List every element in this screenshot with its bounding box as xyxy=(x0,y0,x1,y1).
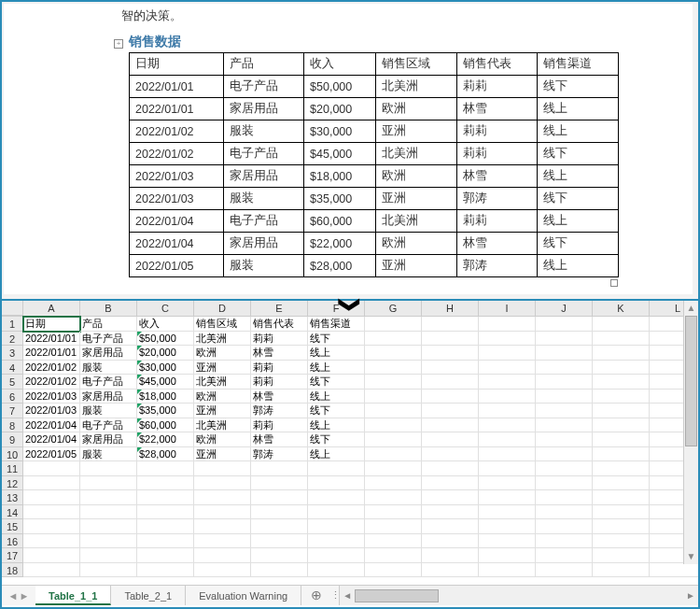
grid-cell[interactable] xyxy=(422,317,479,332)
grid-cell[interactable]: 欧洲 xyxy=(194,432,251,447)
grid-cell[interactable] xyxy=(137,563,194,578)
row-header[interactable]: 13 xyxy=(2,490,23,505)
grid-cell[interactable] xyxy=(308,563,365,578)
grid-cell[interactable] xyxy=(137,548,194,563)
grid-cell[interactable] xyxy=(308,505,365,520)
grid-cell[interactable] xyxy=(479,375,536,389)
row-header[interactable]: 5 xyxy=(2,375,23,389)
grid-cell[interactable] xyxy=(365,332,422,347)
grid-cell[interactable] xyxy=(251,548,308,563)
grid-cell[interactable] xyxy=(23,548,80,563)
grid-cell[interactable] xyxy=(194,505,251,520)
grid-cell[interactable] xyxy=(251,490,308,505)
grid-cell[interactable]: 莉莉 xyxy=(251,361,308,375)
grid-cell[interactable] xyxy=(536,563,593,578)
grid-cell[interactable] xyxy=(80,519,137,534)
grid-cell[interactable] xyxy=(479,404,536,418)
grid-cell[interactable]: 销售代表 xyxy=(251,317,308,332)
grid-cell[interactable]: 线下 xyxy=(308,404,365,418)
grid-cell[interactable]: 莉莉 xyxy=(251,375,308,389)
grid-cell[interactable] xyxy=(536,317,593,332)
grid-cell[interactable] xyxy=(593,490,650,505)
grid-cell[interactable]: 2022/01/03 xyxy=(23,404,80,418)
row-header[interactable]: 10 xyxy=(2,447,23,462)
grid-cell[interactable] xyxy=(365,563,422,578)
grid-cell[interactable] xyxy=(80,490,137,505)
grid-cell[interactable] xyxy=(422,563,479,578)
sheet-tab[interactable]: Evaluation Warning xyxy=(186,586,301,605)
row-header[interactable]: 15 xyxy=(2,519,23,534)
grid-cell[interactable] xyxy=(308,461,365,476)
grid-cell[interactable] xyxy=(137,534,194,549)
row-header[interactable]: 12 xyxy=(2,476,23,491)
grid-cell[interactable] xyxy=(593,389,650,404)
row-header[interactable]: 17 xyxy=(2,548,23,563)
grid-cell[interactable] xyxy=(593,375,650,389)
grid-cell[interactable] xyxy=(479,317,536,332)
grid-cell[interactable]: 林雪 xyxy=(251,432,308,447)
grid-cell[interactable] xyxy=(479,548,536,563)
sheet-tab[interactable]: Table_2_1 xyxy=(111,586,186,605)
grid-cell[interactable]: $45,000 xyxy=(137,375,194,389)
horizontal-scrollbar[interactable]: ◄ ► xyxy=(339,586,698,605)
grid-cell[interactable] xyxy=(479,563,536,578)
grid-cell[interactable]: 北美洲 xyxy=(194,375,251,389)
grid-cell[interactable]: $28,000 xyxy=(137,447,194,462)
grid-cell[interactable]: 电子产品 xyxy=(80,418,137,433)
grid-cell[interactable] xyxy=(422,534,479,549)
column-header[interactable]: G xyxy=(365,301,422,316)
grid-cell[interactable]: 家居用品 xyxy=(80,346,137,361)
grid-cell[interactable] xyxy=(365,375,422,389)
grid-cell[interactable] xyxy=(422,361,479,375)
column-header[interactable]: C xyxy=(137,301,194,316)
grid-cell[interactable]: 2022/01/03 xyxy=(23,389,80,404)
grid-cell[interactable]: $20,000 xyxy=(137,346,194,361)
grid-cell[interactable]: 2022/01/05 xyxy=(23,447,80,462)
grid-cell[interactable] xyxy=(137,461,194,476)
grid-cell[interactable] xyxy=(593,476,650,491)
grid-cell[interactable] xyxy=(536,346,593,361)
grid-cell[interactable]: $30,000 xyxy=(137,361,194,375)
grid-cell[interactable] xyxy=(365,389,422,404)
grid-cell[interactable] xyxy=(593,505,650,520)
grid-cell[interactable]: $18,000 xyxy=(137,389,194,404)
grid-cell[interactable] xyxy=(194,548,251,563)
grid-cell[interactable] xyxy=(80,461,137,476)
grid-cell[interactable] xyxy=(536,461,593,476)
grid-cell[interactable] xyxy=(308,519,365,534)
row-header[interactable]: 18 xyxy=(2,563,23,578)
row-header[interactable]: 1 xyxy=(2,317,23,332)
scroll-down-icon[interactable]: ▼ xyxy=(684,549,698,564)
grid-cell[interactable] xyxy=(422,505,479,520)
grid-cell[interactable] xyxy=(137,490,194,505)
grid-cell[interactable] xyxy=(365,404,422,418)
column-header[interactable]: A xyxy=(23,301,80,316)
grid-cell[interactable] xyxy=(536,548,593,563)
grid-cell[interactable] xyxy=(593,346,650,361)
grid-cell[interactable] xyxy=(23,505,80,520)
grid-cell[interactable] xyxy=(422,375,479,389)
grid-cell[interactable] xyxy=(479,432,536,447)
grid-cell[interactable] xyxy=(422,490,479,505)
column-header[interactable]: D xyxy=(194,301,251,316)
grid-cell[interactable] xyxy=(194,461,251,476)
grid-cell[interactable] xyxy=(479,490,536,505)
grid-cell[interactable] xyxy=(536,519,593,534)
grid-cell[interactable]: 收入 xyxy=(137,317,194,332)
grid-cell[interactable] xyxy=(422,432,479,447)
grid-cell[interactable]: 线上 xyxy=(308,346,365,361)
grid-cell[interactable] xyxy=(308,490,365,505)
grid-cell[interactable] xyxy=(137,505,194,520)
grid-cell[interactable]: 2022/01/02 xyxy=(23,361,80,375)
column-header[interactable]: B xyxy=(80,301,137,316)
grid-cell[interactable] xyxy=(593,317,650,332)
row-header[interactable]: 2 xyxy=(2,332,23,347)
grid-cell[interactable] xyxy=(536,447,593,462)
grid-cell[interactable] xyxy=(479,476,536,491)
grid-cell[interactable]: 销售渠道 xyxy=(308,317,365,332)
grid-cell[interactable] xyxy=(194,519,251,534)
grid-cell[interactable] xyxy=(536,432,593,447)
grid-cell[interactable] xyxy=(479,505,536,520)
grid-cell[interactable] xyxy=(593,418,650,433)
grid-cell[interactable] xyxy=(422,389,479,404)
